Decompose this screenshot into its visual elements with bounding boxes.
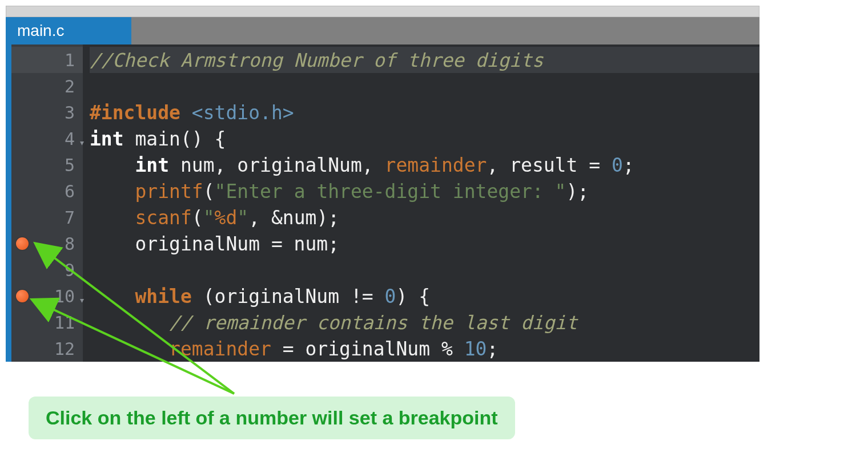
code-token: = originalNum % [271, 338, 464, 360]
fold-icon[interactable]: ▾ [80, 138, 84, 147]
code-token: remainder [169, 338, 271, 360]
code-token: remainder [385, 154, 487, 176]
line-number: 5 [65, 155, 75, 175]
gutter-row[interactable]: 10▾ [11, 283, 83, 309]
breakpoint-icon[interactable] [16, 290, 29, 302]
gutter-row[interactable]: 2 [11, 73, 83, 99]
code-token [90, 154, 135, 176]
code-line[interactable]: int main() { [90, 126, 760, 152]
line-number: 12 [54, 339, 75, 359]
code-token [90, 180, 135, 203]
callout-text: Click on the left of a number will set a… [46, 407, 498, 428]
code-token: int [135, 154, 169, 176]
code-token [90, 285, 135, 308]
gutter-row[interactable]: 1 [11, 47, 83, 73]
code-token: %d [215, 207, 238, 229]
code-token: " [237, 207, 248, 229]
gutter-row[interactable]: 4▾ [11, 126, 83, 152]
callout-breakpoint-hint: Click on the left of a number will set a… [29, 397, 515, 439]
code-line[interactable]: // remainder contains the last digit [90, 309, 760, 335]
code-area[interactable]: //Check Armstrong Number of three digits… [83, 45, 760, 362]
breakpoint-icon[interactable] [16, 237, 29, 250]
line-number: 1 [65, 50, 75, 70]
gutter-row[interactable]: 7 [11, 204, 83, 230]
code-token: 0 [612, 154, 623, 176]
code-token [90, 338, 169, 360]
code-token: ; [487, 338, 498, 360]
gutter-row[interactable]: 6 [11, 178, 83, 204]
code-token: 0 [385, 285, 396, 308]
code-line[interactable]: //Check Armstrong Number of three digits [90, 47, 760, 73]
code-line[interactable] [90, 73, 760, 99]
code-token [124, 128, 135, 150]
tab-bar: main.c [6, 17, 760, 45]
code-token: , &num); [248, 207, 339, 229]
gutter-row[interactable]: 9 [11, 257, 83, 283]
line-number: 2 [65, 76, 75, 96]
code-token [90, 207, 135, 229]
gutter-row[interactable]: 12 [11, 335, 83, 362]
line-number: 7 [65, 208, 75, 228]
code-token: num, originalNum, [169, 154, 385, 176]
code-token: //Check Armstrong Number of three digits [90, 49, 544, 71]
file-tab-main-c[interactable]: main.c [6, 17, 131, 45]
window-top-border [6, 6, 760, 17]
code-token: int [90, 128, 124, 150]
tab-bar-empty [131, 17, 760, 45]
code-token [90, 312, 169, 334]
editor-body: 1234▾5678910▾1112 //Check Armstrong Numb… [6, 45, 760, 362]
code-token: scanf [135, 207, 191, 229]
code-line[interactable]: printf("Enter a three-digit integer: "); [90, 178, 760, 204]
fold-icon[interactable]: ▾ [80, 296, 84, 305]
line-number: 6 [65, 181, 75, 201]
code-line[interactable]: while (originalNum != 0) { [90, 283, 760, 309]
code-line[interactable]: remainder = originalNum % 10; [90, 335, 760, 362]
code-token: #include [90, 102, 192, 124]
gutter-row[interactable]: 8 [11, 230, 83, 257]
code-token: ); [566, 180, 589, 203]
gutter-row[interactable]: 11 [11, 309, 83, 335]
code-token: ) { [396, 285, 430, 308]
code-token: (originalNum != [192, 285, 385, 308]
line-number: 10 [54, 286, 75, 306]
code-token: ; [623, 154, 634, 176]
code-token: " [203, 207, 215, 229]
gutter-row[interactable]: 3 [11, 99, 83, 126]
code-token: "Enter a three-digit integer: " [215, 180, 566, 203]
gutter[interactable]: 1234▾5678910▾1112 [11, 45, 83, 362]
file-tab-label: main.c [17, 22, 64, 40]
code-token: main [135, 128, 180, 150]
code-token: originalNum = num; [90, 233, 339, 255]
code-token: printf [135, 180, 203, 203]
code-token: ( [203, 180, 215, 203]
editor-left-margin [6, 45, 11, 362]
code-token: 10 [464, 338, 487, 360]
gutter-row[interactable]: 5 [11, 152, 83, 178]
code-token: , result = [487, 154, 612, 176]
editor-container: main.c 1234▾5678910▾1112 //Check Armstro… [6, 6, 760, 362]
code-line[interactable]: #include <stdio.h> [90, 99, 760, 126]
code-line[interactable]: originalNum = num; [90, 230, 760, 257]
line-number: 9 [65, 260, 75, 280]
code-line[interactable] [90, 257, 760, 283]
line-number: 3 [65, 103, 75, 123]
code-token: ( [192, 207, 203, 229]
code-token: // remainder contains the last digit [169, 312, 577, 334]
line-number: 8 [65, 234, 75, 254]
code-token: () { [180, 128, 226, 150]
code-line[interactable]: int num, originalNum, remainder, result … [90, 152, 760, 178]
code-token: <stdio.h> [192, 102, 294, 124]
code-line[interactable]: scanf("%d", &num); [90, 204, 760, 230]
line-number: 11 [54, 313, 75, 333]
code-token: while [135, 285, 191, 308]
line-number: 4 [65, 129, 75, 149]
